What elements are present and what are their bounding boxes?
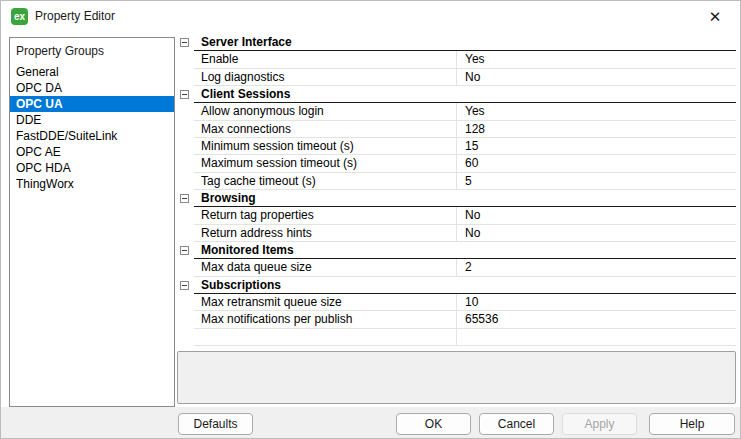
app-icon-text: ex [14, 11, 25, 22]
row-gutter [177, 225, 194, 242]
row-gutter [177, 138, 194, 155]
property-name: Log diagnostics [194, 69, 457, 85]
row-gutter [177, 86, 194, 103]
row-gutter [177, 121, 194, 138]
property-name: Max retransmit queue size [194, 294, 457, 310]
row-gutter [177, 311, 194, 328]
row-gutter [177, 173, 194, 190]
property-row-max-notifications-per-publish[interactable]: Max notifications per publish65536 [177, 311, 736, 328]
sidebar-item-thingworx[interactable]: ThingWorx [10, 176, 174, 192]
property-name: Tag cache timeout (s) [194, 173, 457, 189]
property-value[interactable]: 60 [457, 155, 736, 171]
property-value[interactable]: 10 [457, 294, 736, 310]
group-label: Client Sessions [194, 86, 290, 102]
property-grid: Server InterfaceEnableYesLog diagnostics… [177, 34, 736, 346]
cancel-button[interactable]: Cancel [479, 413, 554, 435]
sidebar-list: GeneralOPC DAOPC UADDEFastDDE/SuiteLinkO… [10, 64, 174, 192]
sidebar-item-opc-ae[interactable]: OPC AE [10, 144, 174, 160]
app-icon: ex [11, 8, 28, 25]
row-gutter [177, 242, 194, 259]
window-title: Property Editor [35, 1, 115, 31]
row-gutter [177, 294, 194, 311]
property-value[interactable]: 128 [457, 121, 736, 137]
apply-button: Apply [562, 413, 637, 435]
collapse-minus-icon[interactable] [180, 281, 189, 290]
property-row-minimum-session-timeout-s[interactable]: Minimum session timeout (s)15 [177, 138, 736, 155]
property-row-return-address-hints[interactable]: Return address hintsNo [177, 225, 736, 242]
close-icon: ✕ [709, 8, 722, 26]
close-button[interactable]: ✕ [700, 4, 730, 29]
titlebar: ex Property Editor ✕ [1, 1, 740, 31]
group-label: Server Interface [194, 34, 292, 50]
row-gutter [177, 34, 194, 51]
sidebar-header: Property Groups [10, 38, 174, 64]
property-row-maximum-session-timeout-s[interactable]: Maximum session timeout (s)60 [177, 155, 736, 172]
group-label: Browsing [194, 190, 256, 206]
property-name: Minimum session timeout (s) [194, 138, 457, 154]
sidebar-item-opc-hda[interactable]: OPC HDA [10, 160, 174, 176]
property-name: Enable [194, 51, 457, 67]
group-label: Subscriptions [194, 277, 281, 293]
sidebar-item-opc-da[interactable]: OPC DA [10, 80, 174, 96]
row-gutter [177, 277, 194, 294]
property-row-return-tag-properties[interactable]: Return tag propertiesNo [177, 207, 736, 224]
row-gutter [177, 190, 194, 207]
collapse-minus-icon[interactable] [180, 90, 189, 99]
defaults-button[interactable]: Defaults [178, 413, 253, 435]
group-row-client-sessions: Client Sessions [177, 86, 736, 103]
property-value[interactable]: Yes [457, 51, 736, 67]
row-gutter [177, 51, 194, 68]
property-row-tag-cache-timeout-s[interactable]: Tag cache timeout (s)5 [177, 173, 736, 190]
button-bar: Defaults OK Cancel Apply Help [1, 407, 740, 439]
collapse-minus-icon[interactable] [180, 38, 189, 47]
property-row-max-retransmit-queue-size[interactable]: Max retransmit queue size10 [177, 294, 736, 311]
property-name: Max notifications per publish [194, 311, 457, 327]
row-gutter [177, 155, 194, 172]
property-value[interactable]: 65536 [457, 311, 736, 327]
property-name: Return tag properties [194, 207, 457, 223]
property-name: Return address hints [194, 225, 457, 241]
empty-value-cell [457, 329, 736, 345]
property-value[interactable]: Yes [457, 103, 736, 119]
row-gutter [177, 69, 194, 86]
property-value[interactable]: 5 [457, 173, 736, 189]
row-gutter [177, 103, 194, 120]
group-label: Monitored Items [194, 242, 294, 258]
collapse-minus-icon[interactable] [180, 246, 189, 255]
sidebar-item-fastdde-suitelink[interactable]: FastDDE/SuiteLink [10, 128, 174, 144]
empty-name-cell [194, 329, 457, 345]
ok-button[interactable]: OK [396, 413, 471, 435]
group-row-subscriptions: Subscriptions [177, 277, 736, 294]
property-row-enable[interactable]: EnableYes [177, 51, 736, 68]
row-gutter [177, 259, 194, 276]
property-value[interactable]: No [457, 225, 736, 241]
group-row-server-interface: Server Interface [177, 34, 736, 51]
sidebar-item-opc-ua[interactable]: OPC UA [10, 96, 174, 112]
property-groups-panel: Property Groups GeneralOPC DAOPC UADDEFa… [9, 37, 175, 407]
property-editor-dialog: ex Property Editor ✕ Property Groups Gen… [0, 0, 741, 439]
property-name: Max data queue size [194, 259, 457, 275]
property-row-max-data-queue-size[interactable]: Max data queue size2 [177, 259, 736, 276]
empty-row [177, 329, 736, 346]
help-button[interactable]: Help [649, 413, 735, 435]
property-row-allow-anonymous-login[interactable]: Allow anonymous loginYes [177, 103, 736, 120]
collapse-minus-icon[interactable] [180, 194, 189, 203]
property-value[interactable]: No [457, 207, 736, 223]
sidebar-item-general[interactable]: General [10, 64, 174, 80]
property-value[interactable]: No [457, 69, 736, 85]
row-gutter [177, 329, 194, 346]
property-name: Allow anonymous login [194, 103, 457, 119]
property-name: Maximum session timeout (s) [194, 155, 457, 171]
property-row-max-connections[interactable]: Max connections128 [177, 121, 736, 138]
group-row-monitored-items: Monitored Items [177, 242, 736, 259]
row-gutter [177, 207, 194, 224]
property-value[interactable]: 2 [457, 259, 736, 275]
sidebar-item-dde[interactable]: DDE [10, 112, 174, 128]
property-row-log-diagnostics[interactable]: Log diagnosticsNo [177, 69, 736, 86]
property-value[interactable]: 15 [457, 138, 736, 154]
property-name: Max connections [194, 121, 457, 137]
group-row-browsing: Browsing [177, 190, 736, 207]
description-panel [177, 351, 736, 404]
